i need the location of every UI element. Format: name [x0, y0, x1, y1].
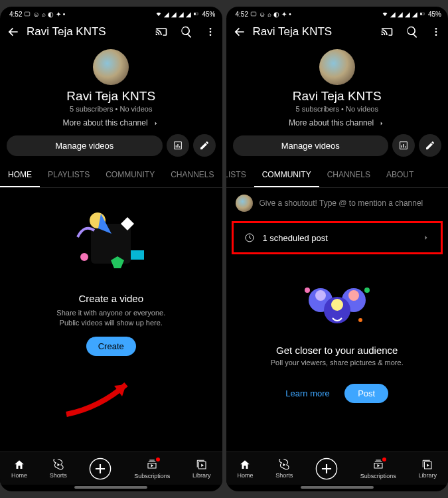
svg-point-30	[305, 288, 310, 293]
back-icon[interactable]	[7, 25, 20, 39]
nav-library[interactable]: Library	[419, 459, 437, 479]
home-icon	[13, 459, 25, 471]
more-icon[interactable]	[431, 25, 441, 39]
tabs: PLAYLISTS COMMUNITY CHANNELS ABOUT	[226, 163, 449, 188]
edit-button[interactable]	[419, 134, 441, 157]
empty-illustration	[64, 204, 157, 284]
channel-name: Ravi Teja KNTS	[0, 89, 222, 104]
svg-rect-22	[405, 146, 406, 147]
edit-button[interactable]	[193, 134, 216, 157]
tab-about[interactable]: ABOUT	[378, 163, 421, 187]
svg-point-31	[364, 288, 370, 293]
svg-rect-16	[420, 13, 422, 15]
channel-meta: 5 subscribers • No videos	[226, 105, 449, 113]
home-icon	[239, 459, 251, 471]
home-indicator	[74, 486, 147, 489]
manage-videos-button[interactable]: Manage videos	[7, 135, 163, 156]
notification-dot	[156, 457, 160, 461]
svg-point-29	[331, 299, 343, 311]
statusbar: 4:52 ☺⌕◐✦• ◢◢◢◢ 45%	[226, 7, 449, 20]
phone-left: 4:52 ☺⌕◐✦• ◢◢◢◢ 45% Ravi Teja KNTS Ravi …	[0, 7, 222, 491]
shorts-icon	[278, 459, 290, 471]
svg-point-27	[348, 290, 359, 301]
search-icon[interactable]	[406, 25, 419, 39]
tab-channels[interactable]: CHANNELS	[319, 163, 378, 187]
header: Ravi Teja KNTS	[226, 20, 449, 44]
svg-point-12	[80, 253, 88, 261]
statusbar: 4:52 ☺⌕◐✦• ◢◢◢◢ 45%	[0, 7, 222, 20]
chevron-right-icon	[153, 120, 159, 127]
content-area: Create a video Share it with anyone or e…	[0, 188, 222, 452]
avatar-small	[236, 195, 253, 212]
nav-shorts[interactable]: Shorts	[50, 459, 67, 479]
scheduled-post-row[interactable]: 1 scheduled post	[232, 221, 443, 254]
content-area: Give a shoutout! Type @ to mention a cha…	[226, 188, 449, 452]
empty-desc: Share it with anyone or everyone. Public…	[20, 308, 202, 329]
tab-playlists[interactable]: PLAYLISTS	[226, 163, 254, 187]
svg-rect-14	[251, 12, 256, 16]
svg-rect-21	[403, 144, 404, 147]
svg-rect-11	[131, 250, 144, 260]
nav-home[interactable]: Home	[237, 459, 253, 479]
manage-videos-button[interactable]: Manage videos	[233, 135, 389, 156]
tab-community[interactable]: COMMUNITY	[98, 163, 163, 187]
cast-icon[interactable]	[380, 25, 394, 39]
audience-desc: Poll your viewers, share pictures & more…	[226, 359, 449, 367]
msg-icon	[24, 11, 31, 17]
search-icon[interactable]	[180, 25, 193, 39]
pencil-icon	[199, 140, 210, 151]
plus-circle-icon	[89, 457, 112, 480]
bottom-nav: Home Shorts Subscriptions Library	[226, 452, 449, 485]
chevron-right-icon	[422, 232, 430, 243]
tab-playlists[interactable]: PLAYLISTS	[40, 163, 98, 187]
nav-create[interactable]	[315, 457, 338, 480]
avatar[interactable]	[93, 49, 129, 85]
svg-rect-0	[25, 12, 31, 16]
more-icon[interactable]	[205, 25, 216, 39]
cast-icon[interactable]	[155, 25, 168, 39]
learn-more-link[interactable]: Learn more	[285, 388, 329, 398]
library-icon	[421, 459, 433, 471]
pencil-icon	[425, 140, 435, 151]
empty-title: Create a video	[20, 293, 202, 304]
svg-point-4	[209, 31, 211, 33]
svg-point-17	[435, 28, 437, 30]
nav-shorts[interactable]: Shorts	[275, 459, 293, 479]
nav-subscriptions[interactable]: Subscriptions	[360, 458, 396, 479]
tabs: HOME PLAYLISTS COMMUNITY CHANNELS	[0, 163, 222, 188]
scheduled-label: 1 scheduled post	[263, 233, 328, 243]
back-icon[interactable]	[233, 25, 246, 39]
more-about-link[interactable]: More about this channel	[226, 118, 449, 127]
nav-subscriptions[interactable]: Subscriptions	[134, 458, 170, 479]
analytics-button[interactable]	[167, 134, 189, 157]
svg-point-25	[315, 290, 326, 301]
phone-right: 4:52 ☺⌕◐✦• ◢◢◢◢ 45% Ravi Teja KNTS Ravi …	[226, 7, 449, 491]
nav-library[interactable]: Library	[192, 459, 211, 479]
svg-point-32	[358, 318, 362, 322]
nav-create[interactable]	[89, 457, 112, 480]
shorts-icon	[52, 459, 64, 471]
shoutout-placeholder: Give a shoutout! Type @ to mention a cha…	[260, 199, 423, 208]
analytics-button[interactable]	[392, 134, 415, 157]
tab-channels[interactable]: CHANNELS	[163, 163, 222, 187]
plus-circle-icon	[315, 457, 338, 480]
annotation-arrow	[60, 378, 139, 420]
create-button[interactable]: Create	[86, 337, 136, 356]
more-about-link[interactable]: More about this channel	[0, 118, 222, 127]
post-button[interactable]: Post	[344, 384, 388, 403]
channel-meta: 5 subscribers • No videos	[0, 105, 222, 113]
avatar[interactable]	[319, 49, 355, 85]
audience-title: Get closer to your audience	[226, 345, 449, 356]
home-indicator	[301, 486, 374, 489]
svg-rect-9	[91, 224, 131, 264]
channel-name: Ravi Teja KNTS	[226, 89, 449, 104]
library-icon	[196, 459, 208, 471]
svg-point-5	[209, 34, 211, 36]
clock-icon	[244, 232, 255, 243]
tab-home[interactable]: HOME	[0, 163, 40, 187]
page-title: Ravi Teja KNTS	[253, 25, 374, 39]
shoutout-input[interactable]: Give a shoutout! Type @ to mention a cha…	[226, 188, 449, 218]
nav-home[interactable]: Home	[11, 459, 27, 479]
analytics-icon	[398, 140, 409, 151]
tab-community[interactable]: COMMUNITY	[254, 163, 319, 187]
